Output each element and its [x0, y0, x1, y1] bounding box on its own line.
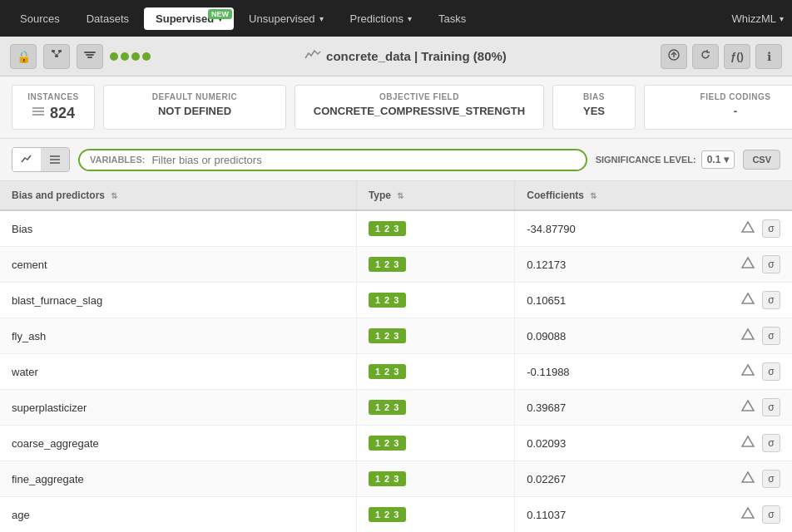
objective-field-label: OBJECTIVE FIELD: [379, 92, 459, 101]
nav-item-datasets[interactable]: Datasets: [75, 7, 141, 30]
formula-button[interactable]: ƒ(): [724, 44, 750, 69]
sigma-btn-0[interactable]: σ: [762, 219, 780, 238]
cell-type-1: 1 2 3: [356, 247, 514, 283]
svg-marker-24: [742, 508, 754, 518]
triangle-icon-btn-8[interactable]: [739, 506, 757, 523]
triangle-icon-btn-7[interactable]: [739, 470, 757, 487]
triangle-icon-btn-5[interactable]: [739, 399, 757, 416]
nav-item-supervised[interactable]: Supervised ▾ NEW: [144, 7, 234, 30]
dot-4: [142, 52, 151, 61]
svg-rect-2: [55, 55, 58, 57]
csv-button[interactable]: CSV: [743, 150, 780, 170]
nav-item-sources[interactable]: Sources: [8, 7, 72, 30]
layers-button[interactable]: [77, 44, 103, 69]
svg-marker-18: [742, 293, 754, 303]
field-codings-label: FIELD CODINGS: [700, 92, 771, 101]
significance-level: SIGNIFICANCE LEVEL: 0.1 ▾: [596, 150, 735, 169]
svg-rect-0: [52, 50, 55, 52]
formula-icon: ƒ(): [730, 50, 744, 62]
cell-type-7: 1 2 3: [356, 461, 514, 497]
unsupervised-dropdown-arrow: ▾: [319, 14, 324, 23]
instances-list-icon: [32, 106, 45, 121]
triangle-icon-btn-3[interactable]: [739, 328, 757, 344]
type-badge-2: 1 2 3: [369, 293, 406, 308]
layers-icon: [83, 48, 97, 64]
coeff-value-4: -0.11988: [527, 366, 734, 378]
brand-label: WhizzML: [732, 12, 776, 25]
cell-type-2: 1 2 3: [356, 283, 514, 318]
col-header-type[interactable]: Type ⇅: [356, 181, 514, 210]
svg-line-4: [57, 52, 60, 55]
cell-name-0: Bias: [0, 210, 356, 247]
cell-type-4: 1 2 3: [356, 354, 514, 390]
sigma-btn-7[interactable]: σ: [762, 470, 780, 488]
table-row: cement 1 2 3 0.12173 σ: [0, 247, 792, 283]
cell-coeff-6: 0.02093 σ: [515, 426, 792, 461]
sort-icon-name: ⇅: [111, 191, 117, 200]
variables-label: VARIABLES:: [90, 155, 145, 165]
upload-button[interactable]: [661, 44, 687, 69]
svg-marker-23: [742, 472, 754, 482]
svg-marker-16: [742, 222, 754, 232]
significance-select[interactable]: 0.1 ▾: [701, 150, 735, 169]
hierarchy-button[interactable]: [43, 44, 70, 69]
view-toggle: [12, 147, 70, 172]
nav-item-tasks[interactable]: Tasks: [427, 7, 478, 30]
sort-icon-coeff: ⇅: [590, 191, 596, 200]
default-numeric-value: NOT DEFINED: [158, 105, 231, 117]
sigma-btn-6[interactable]: σ: [762, 434, 780, 452]
cell-coeff-0: -34.87790 σ: [515, 210, 792, 247]
toolbar: 🔒: [0, 37, 792, 76]
col-header-name[interactable]: Bias and predictors ⇅: [0, 181, 356, 210]
coeff-value-5: 0.39687: [527, 401, 734, 414]
refresh-button[interactable]: [692, 44, 719, 69]
significance-dropdown-arrow: ▾: [724, 154, 729, 165]
nav-label-sources: Sources: [20, 12, 60, 25]
coeff-value-6: 0.02093: [527, 437, 734, 450]
sigma-btn-2[interactable]: σ: [762, 291, 780, 309]
nav-item-unsupervised[interactable]: Unsupervised ▾: [237, 7, 335, 30]
sigma-btn-3[interactable]: σ: [762, 327, 780, 345]
filter-input[interactable]: [151, 154, 575, 166]
upload-icon: [668, 49, 680, 63]
cell-type-0: 1 2 3: [356, 210, 514, 247]
col-header-coefficients[interactable]: Coefficients ⇅: [515, 181, 792, 210]
svg-marker-20: [742, 365, 754, 375]
sigma-btn-5[interactable]: σ: [762, 398, 780, 416]
nav-item-predictions[interactable]: Predictions ▾: [339, 7, 423, 30]
lock-icon: 🔒: [17, 50, 31, 63]
sigma-btn-4[interactable]: σ: [762, 362, 780, 381]
sigma-btn-1[interactable]: σ: [762, 255, 780, 273]
nav-brand[interactable]: WhizzML ▾: [732, 12, 784, 25]
objective-field-stat: OBJECTIVE FIELD CONCRETE_COMPRESSIVE_STR…: [295, 85, 544, 130]
triangle-icon-btn-0[interactable]: [739, 220, 757, 237]
coeff-value-3: 0.09088: [527, 330, 734, 342]
type-badge-0: 1 2 3: [369, 221, 406, 236]
nav-label-predictions: Predictions: [350, 12, 403, 25]
cell-name-7: fine_aggregate: [0, 461, 356, 497]
cell-type-5: 1 2 3: [356, 390, 514, 426]
filter-row: VARIABLES: SIGNIFICANCE LEVEL: 0.1 ▾ CSV: [0, 139, 792, 181]
triangle-icon-btn-2[interactable]: [739, 292, 757, 308]
default-numeric-label: DEFAULT NUMERIC: [152, 92, 237, 101]
type-badge-3: 1 2 3: [369, 328, 406, 343]
toolbar-title-icon: [304, 48, 321, 64]
lock-button[interactable]: 🔒: [10, 44, 37, 69]
table-view-button[interactable]: [41, 148, 69, 171]
cell-name-8: age: [0, 497, 356, 533]
type-badge-7: 1 2 3: [369, 471, 406, 486]
cell-name-2: blast_furnace_slag: [0, 283, 356, 318]
hierarchy-icon: [50, 48, 63, 64]
bias-stat: BIAS YES: [552, 85, 636, 130]
triangle-icon-btn-1[interactable]: [739, 256, 757, 273]
triangle-icon-btn-6[interactable]: [739, 435, 757, 451]
triangle-icon-btn-4[interactable]: [739, 363, 757, 380]
filter-container: VARIABLES:: [78, 149, 587, 171]
chart-line-icon: [21, 153, 32, 166]
instances-stat: INSTANCES 824: [12, 85, 95, 130]
info-button[interactable]: ℹ: [755, 44, 782, 69]
predictions-dropdown-arrow: ▾: [408, 14, 412, 23]
type-badge-1: 1 2 3: [369, 257, 406, 272]
chart-view-button[interactable]: [12, 148, 41, 171]
sigma-btn-8[interactable]: σ: [762, 505, 780, 524]
